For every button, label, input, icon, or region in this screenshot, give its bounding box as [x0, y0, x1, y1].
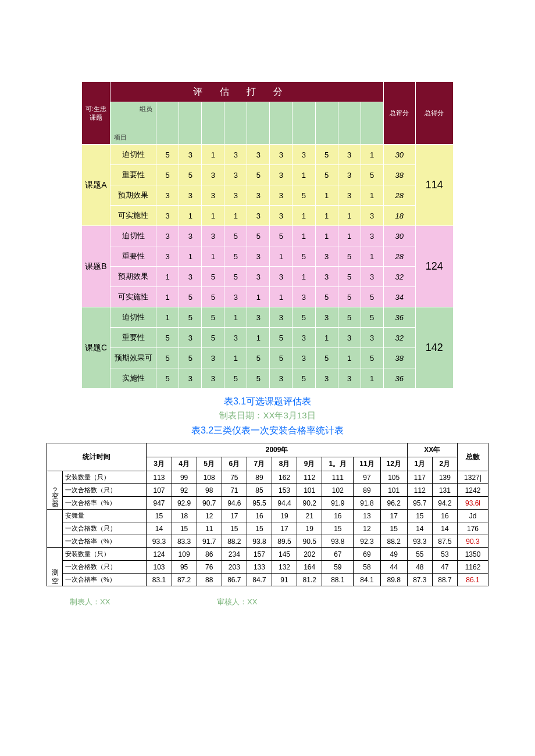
score-cell: 5 — [156, 348, 179, 368]
month-header: 9月 — [297, 457, 322, 471]
score-cell: 5 — [156, 328, 179, 348]
row-label: 一次合格数（只） — [63, 561, 147, 574]
t1-member-col — [224, 102, 247, 145]
score-cell: 5 — [224, 267, 247, 287]
score-cell: 3 — [361, 226, 383, 246]
row-sum: 32 — [383, 267, 415, 287]
score-cell: 3 — [247, 145, 270, 165]
data-cell: 202 — [297, 548, 322, 561]
data-cell: 12 — [354, 522, 380, 535]
score-cell: 3 — [270, 145, 293, 165]
row-sum: 30 — [383, 226, 415, 246]
data-cell: 92 — [172, 484, 197, 497]
score-cell: 1 — [361, 368, 383, 389]
score-cell: 3 — [247, 307, 270, 328]
criteria-label: 迫切性 — [110, 226, 156, 246]
score-cell: 1 — [361, 246, 383, 267]
score-cell: 1 — [224, 348, 247, 368]
data-cell: 55 — [407, 548, 432, 561]
score-cell: 3 — [293, 328, 315, 348]
score-cell: 1 — [179, 246, 202, 267]
row-label: 一次合格数（只） — [63, 522, 147, 535]
row-sum: 18 — [383, 206, 415, 226]
data-cell: 162 — [272, 471, 297, 484]
score-cell: 3 — [293, 287, 315, 307]
month-header: 2月 — [432, 457, 457, 471]
score-cell: 5 — [293, 246, 315, 267]
data-cell: 17 — [222, 510, 247, 522]
score-cell: 5 — [224, 226, 247, 246]
data-cell: 17 — [272, 522, 297, 535]
t1-member-col — [293, 102, 315, 145]
topic-label-2: 课题C — [82, 307, 110, 389]
row-sum: 32 — [383, 328, 415, 348]
caption-3-1: 表3.1可选课题评估表 — [12, 396, 523, 408]
score-cell: 5 — [224, 368, 247, 389]
score-cell: 3 — [315, 246, 338, 267]
data-cell: 16 — [247, 510, 272, 522]
score-cell: 1 — [202, 206, 224, 226]
data-cell: 108 — [197, 471, 222, 484]
score-cell: 5 — [338, 246, 361, 267]
data-cell: 92.9 — [172, 497, 197, 510]
data-cell: 88.2 — [222, 535, 247, 548]
score-cell: 3 — [361, 206, 383, 226]
topic-label-0: 课题A — [82, 145, 110, 226]
data-cell: 16 — [432, 510, 457, 522]
data-cell: 88.7 — [432, 574, 457, 586]
score-cell: 1 — [315, 328, 338, 348]
score-cell: 3 — [224, 328, 247, 348]
criteria-label: 预期效果 — [110, 267, 156, 287]
total-col-header: 总數 — [457, 443, 488, 471]
t1-member-col — [156, 102, 179, 145]
data-cell: 89 — [247, 471, 272, 484]
year1-header: 2009年 — [147, 443, 407, 457]
data-cell: 89.5 — [272, 535, 297, 548]
data-cell: 112 — [297, 471, 322, 484]
score-cell: 3 — [338, 185, 361, 206]
score-cell: 3 — [270, 185, 293, 206]
score-cell: 3 — [202, 185, 224, 206]
row-total: 93.6l — [457, 497, 488, 510]
row-sum: 28 — [383, 185, 415, 206]
data-cell: 93.3 — [147, 535, 172, 548]
data-cell: 90.5 — [297, 535, 322, 548]
data-cell: 91.7 — [197, 535, 222, 548]
data-cell: 15 — [247, 522, 272, 535]
data-cell: 48 — [407, 561, 432, 574]
topic-total: 142 — [415, 307, 453, 389]
score-cell: 3 — [338, 328, 361, 348]
group-label-2: 测 空 — [47, 548, 63, 586]
row-sum: 36 — [383, 368, 415, 389]
stats-table: 统计时间2009年XX年总數3月4月5月6月7月8月9月1。月11月12月1月2… — [47, 443, 488, 586]
data-cell: 93.8 — [247, 535, 272, 548]
row-sum: 30 — [383, 145, 415, 165]
score-cell: 3 — [179, 328, 202, 348]
score-cell: 1 — [293, 226, 315, 246]
score-cell: 1 — [315, 185, 338, 206]
maker: 制表人：XX — [70, 597, 110, 607]
score-cell: 5 — [293, 185, 315, 206]
row-label: 安装数量（只） — [63, 471, 147, 484]
criteria-label: 重要性 — [110, 328, 156, 348]
month-header: 6月 — [222, 457, 247, 471]
data-cell: 113 — [147, 471, 172, 484]
data-cell: 95.7 — [407, 497, 432, 510]
score-cell: 5 — [247, 368, 270, 389]
criteria-label: 迫切性 — [110, 307, 156, 328]
score-cell: 3 — [247, 246, 270, 267]
row-sum: 36 — [383, 307, 415, 328]
data-cell: 131 — [432, 484, 457, 497]
score-cell: 1 — [156, 287, 179, 307]
t1-member-col — [202, 102, 224, 145]
score-cell: 3 — [338, 368, 361, 389]
data-cell: 112 — [407, 484, 432, 497]
data-cell: 145 — [272, 548, 297, 561]
data-cell: 15 — [222, 522, 247, 535]
score-cell: 3 — [224, 165, 247, 185]
score-cell: 3 — [270, 307, 293, 328]
row-label: 一次合格数（只） — [63, 484, 147, 497]
data-cell: 12 — [197, 510, 222, 522]
t1-diag: 组员项目 — [110, 102, 156, 145]
row-sum: 38 — [383, 165, 415, 185]
